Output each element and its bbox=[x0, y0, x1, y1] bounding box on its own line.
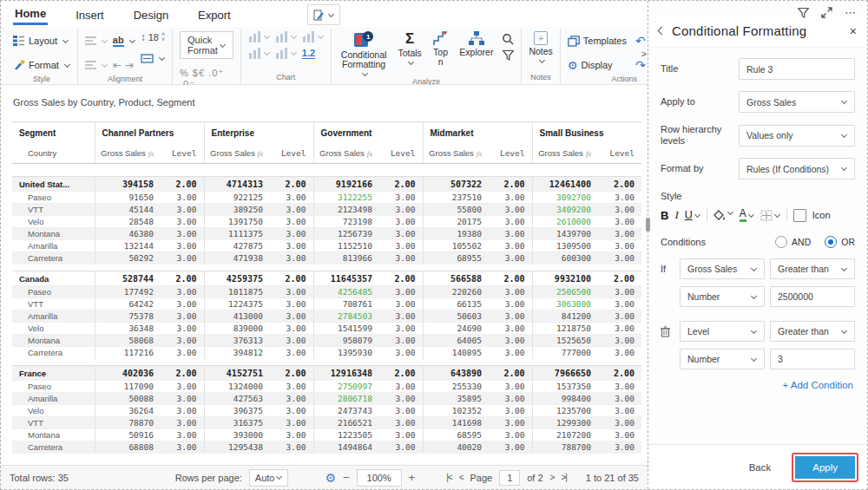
cell-level[interactable]: 3.00 bbox=[381, 323, 423, 335]
cell-gross-sales[interactable]: 813966 bbox=[313, 252, 381, 265]
expand-icon[interactable] bbox=[821, 7, 832, 18]
horizontal-align-button[interactable] bbox=[85, 56, 108, 75]
cell-gross-sales[interactable]: 1439700 bbox=[532, 228, 600, 240]
row-label-cell[interactable]: VTT bbox=[12, 298, 95, 310]
cell-level[interactable]: 3.00 bbox=[162, 216, 204, 228]
row-label-cell[interactable]: VTT bbox=[12, 204, 95, 216]
cell-gross-sales[interactable]: 35895 bbox=[423, 393, 490, 405]
fx-icon[interactable]: fx bbox=[258, 149, 263, 158]
table-row[interactable]: Montana580683.003763133.009580793.006400… bbox=[12, 335, 641, 347]
cell-level[interactable]: 3.00 bbox=[162, 417, 204, 429]
condition1-type-select[interactable]: Number bbox=[680, 286, 765, 307]
cell-gross-sales[interactable]: 140895 bbox=[423, 347, 490, 359]
cell-gross-sales[interactable]: 3092700 bbox=[532, 192, 600, 204]
row-label-cell[interactable]: Velo bbox=[12, 216, 95, 228]
cell-gross-sales[interactable]: 220260 bbox=[423, 286, 490, 298]
row-label-cell[interactable]: Carretera bbox=[12, 441, 95, 454]
cell-level[interactable]: 3.00 bbox=[600, 381, 641, 393]
cell-level[interactable]: 3.00 bbox=[600, 429, 641, 441]
column-header-country[interactable]: Country bbox=[12, 144, 95, 164]
cell-gross-sales[interactable]: 788700 bbox=[532, 441, 600, 454]
explorer-button[interactable]: Explorer bbox=[459, 31, 493, 57]
column-group-header[interactable]: Small Business bbox=[532, 122, 641, 144]
cell-level[interactable]: 3.00 bbox=[381, 204, 423, 216]
cell-gross-sales[interactable]: 1152510 bbox=[313, 240, 381, 252]
cell-gross-sales[interactable]: 12461400 bbox=[532, 177, 600, 192]
column-header-gross-sales[interactable]: Gross Salesfx bbox=[532, 144, 600, 164]
group-total-row[interactable]: Canada5287442.0042593752.00116453572.005… bbox=[12, 271, 641, 286]
column-header-gross-sales[interactable]: Gross Salesfx bbox=[313, 144, 381, 164]
cell-level[interactable]: 3.00 bbox=[600, 393, 641, 405]
table-row[interactable]: Carretera1172163.003948123.0013959303.00… bbox=[12, 347, 641, 359]
cell-level[interactable]: 3.00 bbox=[600, 204, 641, 216]
font-color-button[interactable]: A bbox=[740, 208, 754, 222]
next-page-button[interactable]: > bbox=[550, 473, 555, 482]
cell-gross-sales[interactable]: 1541599 bbox=[313, 323, 381, 335]
cell-level[interactable]: 3.00 bbox=[381, 310, 423, 323]
cell-gross-sales[interactable]: 1309500 bbox=[532, 240, 600, 252]
cell-level[interactable]: 2.00 bbox=[381, 366, 423, 381]
cell-gross-sales[interactable]: 1395930 bbox=[313, 347, 381, 359]
cell-gross-sales[interactable]: 643890 bbox=[423, 366, 490, 381]
cell-level[interactable]: 3.00 bbox=[381, 393, 423, 405]
cell-level[interactable]: 3.00 bbox=[600, 441, 641, 454]
table-row[interactable]: Velo362643.003963753.0024737433.00102352… bbox=[12, 405, 641, 417]
page-number-input[interactable]: 1 bbox=[499, 470, 520, 486]
cell-gross-sales[interactable]: 24690 bbox=[423, 323, 490, 335]
fx-icon[interactable]: fx bbox=[148, 149, 154, 158]
cell-gross-sales[interactable]: 1224375 bbox=[204, 298, 272, 310]
cell-level[interactable]: 3.00 bbox=[162, 335, 204, 347]
cell-level[interactable]: 3.00 bbox=[490, 252, 532, 265]
cell-level[interactable]: 3.00 bbox=[272, 252, 313, 265]
cell-level[interactable]: 3.00 bbox=[600, 298, 641, 310]
cell-gross-sales[interactable]: 839000 bbox=[204, 323, 272, 335]
cell-gross-sales[interactable]: 117090 bbox=[95, 381, 162, 393]
cell-level[interactable]: 3.00 bbox=[272, 347, 313, 359]
cell-level[interactable]: 3.00 bbox=[162, 240, 204, 252]
cell-level[interactable]: 3.00 bbox=[381, 429, 423, 441]
indent-increase-icon[interactable]: ⇥ bbox=[125, 59, 134, 71]
cell-gross-sales[interactable]: 600300 bbox=[532, 252, 600, 265]
cell-gross-sales[interactable]: 2123498 bbox=[313, 204, 381, 216]
table-row[interactable]: Paseo1774923.0010118753.0042564853.00220… bbox=[12, 286, 641, 298]
cell-gross-sales[interactable]: 50292 bbox=[95, 252, 162, 265]
cell-level[interactable]: 3.00 bbox=[162, 441, 204, 454]
cell-level[interactable]: 3.00 bbox=[490, 429, 532, 441]
apply-button[interactable]: Apply bbox=[795, 456, 855, 479]
column-header-gross-sales[interactable]: Gross Salesfx bbox=[423, 144, 490, 164]
cell-level[interactable]: 3.00 bbox=[162, 405, 204, 417]
table-row[interactable]: Carretera688083.0012954383.0014948643.00… bbox=[12, 441, 641, 454]
ribbon-overflow-chevron[interactable]: > bbox=[641, 49, 647, 59]
column-header-level[interactable]: Level bbox=[381, 144, 423, 164]
back-button[interactable]: Back bbox=[733, 455, 787, 480]
table-row[interactable]: Paseo916503.009221253.0031222553.0023751… bbox=[12, 192, 641, 204]
cell-level[interactable]: 3.00 bbox=[162, 347, 204, 359]
cell-level[interactable]: 3.00 bbox=[600, 347, 641, 359]
prev-page-button[interactable]: < bbox=[459, 473, 464, 482]
cell-level[interactable]: 3.00 bbox=[490, 228, 532, 240]
cell-level[interactable]: 3.00 bbox=[490, 240, 532, 252]
cell-gross-sales[interactable]: 9932100 bbox=[532, 271, 600, 286]
cell-level[interactable]: 3.00 bbox=[490, 417, 532, 429]
cell-level[interactable]: 3.00 bbox=[272, 204, 313, 216]
cell-gross-sales[interactable]: 922125 bbox=[204, 192, 272, 204]
cell-level[interactable]: 2.00 bbox=[272, 271, 313, 286]
cell-gross-sales[interactable]: 40020 bbox=[423, 441, 490, 454]
column-header-segment[interactable]: Segment bbox=[12, 122, 95, 144]
cell-level[interactable]: 3.00 bbox=[162, 192, 204, 204]
group-label-cell[interactable]: France bbox=[12, 366, 95, 381]
table-row[interactable]: Montana463803.0011113753.0012567393.0019… bbox=[12, 228, 641, 240]
cell-level[interactable]: 3.00 bbox=[490, 441, 532, 454]
cell-level[interactable]: 3.00 bbox=[381, 441, 423, 454]
cell-gross-sales[interactable]: 2107200 bbox=[532, 429, 600, 441]
cell-level[interactable]: 3.00 bbox=[162, 393, 204, 405]
cell-gross-sales[interactable]: 2473743 bbox=[313, 405, 381, 417]
notes-button[interactable]: + Notes bbox=[529, 31, 552, 64]
close-icon[interactable]: × bbox=[850, 26, 857, 36]
icon-checkbox[interactable] bbox=[793, 209, 806, 222]
indent-decrease-icon[interactable]: ⇤ bbox=[113, 59, 122, 71]
cell-gross-sales[interactable]: 28548 bbox=[95, 216, 162, 228]
cell-gross-sales[interactable]: 36264 bbox=[95, 405, 162, 417]
italic-button[interactable]: I bbox=[674, 208, 678, 222]
cell-level[interactable]: 2.00 bbox=[162, 177, 204, 192]
